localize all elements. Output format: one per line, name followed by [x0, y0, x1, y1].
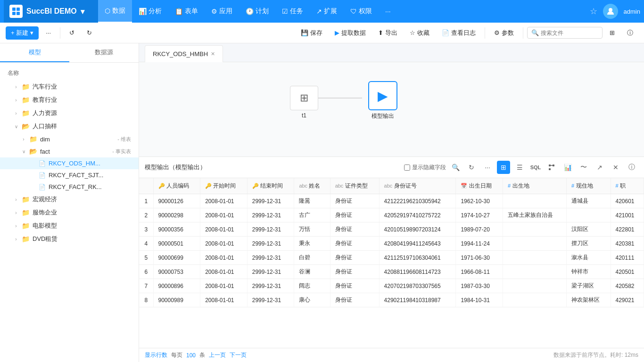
- admin-label[interactable]: admin: [624, 8, 640, 15]
- prev-page-btn[interactable]: 上一页: [209, 351, 226, 359]
- tabs-bar: RKCY_ODS_HMBH ✕: [139, 43, 644, 62]
- file-icon-1: 📄: [39, 160, 46, 167]
- undo-icon: ↺: [69, 29, 74, 36]
- col-residence[interactable]: # 现住地: [567, 178, 611, 194]
- new-button[interactable]: + 新建 ▾: [6, 26, 39, 40]
- cell-姓名: 阔志: [294, 279, 330, 293]
- nav-item-permission[interactable]: 🛡 权限: [344, 0, 379, 23]
- tree-item-fact[interactable]: ∨ 📂 fact - 事实表: [0, 145, 139, 157]
- node-output[interactable]: ▶ 模型输出: [362, 81, 404, 120]
- expand-btn[interactable]: ↗: [593, 161, 606, 174]
- tree-item-dvd[interactable]: › 📁 DVD租赁: [0, 232, 139, 246]
- app-icon: ⚙: [211, 8, 217, 15]
- data-icon: ⬡: [105, 7, 110, 15]
- log-button[interactable]: 📄 查看日志: [437, 26, 481, 40]
- avatar[interactable]: [603, 4, 618, 19]
- info-button[interactable]: ⓘ: [622, 26, 638, 40]
- col-start-time-label: 开始时间: [213, 182, 236, 189]
- tab-model[interactable]: 模型: [0, 43, 69, 62]
- show-hidden-checkbox[interactable]: 显示隐藏字段: [404, 164, 446, 172]
- save-button[interactable]: 💾 保存: [296, 26, 328, 40]
- chart-btn[interactable]: 📊: [561, 161, 574, 174]
- tree-label-file2: RKCY_FACT_SJT...: [49, 172, 131, 179]
- folder-open-icon: 📂: [22, 123, 30, 130]
- tab-datasource[interactable]: 数据源: [69, 43, 139, 62]
- cell-身份证号: 420702198703307565: [379, 279, 456, 293]
- close-panel-btn[interactable]: ✕: [609, 161, 622, 174]
- nav-item-more[interactable]: ···: [379, 0, 397, 23]
- fetch-button[interactable]: ▶ 提取数据: [330, 26, 371, 40]
- svg-rect-6: [553, 165, 554, 166]
- cell-出生地: [503, 293, 567, 307]
- nav-item-form[interactable]: 📋 表单: [168, 0, 205, 23]
- logo-area[interactable]: SuccBI DEMO ▾: [4, 0, 98, 23]
- table-body: 1900001262008-01-012999-12-31隆暠身份证421222…: [139, 194, 644, 307]
- show-rows-link[interactable]: 显示行数: [145, 351, 167, 359]
- node-view-btn[interactable]: [545, 161, 558, 174]
- col-person-code[interactable]: 🔑 人员编码: [153, 178, 200, 194]
- tree-item-sample[interactable]: ∨ 📂 人口抽样: [0, 120, 139, 133]
- tree-item-file2[interactable]: 📄 RKCY_FACT_SJT...: [0, 169, 139, 181]
- col-birthdate[interactable]: 📅 出生日期: [456, 178, 503, 194]
- ellipsis-panel-btn[interactable]: ···: [481, 161, 494, 174]
- undo-button[interactable]: ↺: [64, 27, 80, 39]
- redo-button[interactable]: ↻: [82, 27, 97, 39]
- collect-button[interactable]: ☆ 收藏: [405, 26, 435, 40]
- table-header: 🔑 人员编码 🔑 开始时间 🔑 结束时间: [139, 178, 644, 194]
- cell-出生地: [503, 279, 567, 293]
- new-dropdown-icon: ▾: [30, 29, 33, 36]
- tree-item-auto[interactable]: › 📁 汽车行业: [0, 80, 139, 93]
- nav-item-analysis[interactable]: 📊 分析: [132, 0, 168, 23]
- tree-item-fashion[interactable]: › 📁 服饰企业: [0, 206, 139, 219]
- dropdown-icon[interactable]: ▾: [81, 7, 84, 16]
- tree-item-dim[interactable]: › 📁 dim - 维表: [0, 133, 139, 145]
- cell-证件类型: 身份证: [330, 279, 379, 293]
- col-name[interactable]: abc 姓名: [294, 178, 330, 194]
- sidebar: 模型 数据源 名称 › 📁 汽车行业 › 📁 教育行业 › 📁: [0, 43, 139, 362]
- param-button[interactable]: ⚙ 参数: [489, 26, 519, 40]
- sql-btn[interactable]: SQL: [529, 161, 542, 174]
- search-panel-btn[interactable]: 🔍: [449, 161, 462, 174]
- trend-btn[interactable]: 〜: [577, 161, 590, 174]
- tree-item-file1[interactable]: 📄 RKCY_ODS_HM...: [0, 157, 139, 169]
- extend-icon: ↗: [316, 8, 322, 15]
- cell-开始时间: 2008-01-01: [200, 237, 248, 251]
- chevron-right-icon: ›: [21, 137, 26, 142]
- star-icon[interactable]: ☆: [590, 6, 597, 16]
- more-button[interactable]: ···: [41, 27, 56, 39]
- next-page-btn[interactable]: 下一页: [230, 351, 247, 359]
- hidden-fields-checkbox[interactable]: [404, 165, 410, 171]
- col-end-time[interactable]: 🔑 结束时间: [247, 178, 294, 194]
- tree-item-file3[interactable]: 📄 RKCY_FACT_RK...: [0, 181, 139, 193]
- refresh-panel-btn[interactable]: ↻: [465, 161, 478, 174]
- col-job[interactable]: # 职: [611, 178, 644, 194]
- cell-姓名: 白碧: [294, 251, 330, 265]
- node-table-t1[interactable]: ⊞ t1: [285, 86, 323, 119]
- tab-rkcy[interactable]: RKCY_ODS_HMBH ✕: [145, 45, 223, 62]
- info-panel-btn[interactable]: ⓘ: [625, 161, 638, 174]
- col-birthplace[interactable]: # 出生地: [503, 178, 567, 194]
- nav-item-app[interactable]: ⚙ 应用: [205, 0, 239, 23]
- tab-close-icon[interactable]: ✕: [211, 51, 215, 57]
- view-toggle-button[interactable]: ⊞: [604, 27, 620, 39]
- grid-view-btn[interactable]: ⊞: [497, 161, 510, 174]
- cell-出生日期: 1994-11-24: [456, 237, 503, 251]
- nav-item-plan[interactable]: 🕐 计划: [239, 0, 275, 23]
- nav-item-task[interactable]: ☑ 任务: [275, 0, 310, 23]
- app-name: SuccBI DEMO: [26, 7, 77, 16]
- tree-item-movie[interactable]: › 📁 电影模型: [0, 219, 139, 232]
- search-box[interactable]: 🔍: [527, 27, 603, 39]
- tree-item-edu[interactable]: › 📁 教育行业: [0, 93, 139, 107]
- col-start-time[interactable]: 🔑 开始时间: [200, 178, 248, 194]
- search-input[interactable]: [541, 30, 597, 36]
- nav-item-extend[interactable]: ↗ 扩展: [310, 0, 344, 23]
- export-button[interactable]: ⬆ 导出: [373, 26, 403, 40]
- col-cert-type[interactable]: abc 证件类型: [330, 178, 379, 194]
- tree-label-file1: RKCY_ODS_HM...: [49, 160, 131, 167]
- list-view-btn[interactable]: ☰: [513, 161, 526, 174]
- per-page-value[interactable]: 100: [186, 352, 196, 359]
- col-id-num[interactable]: abc 身份证号: [379, 178, 456, 194]
- nav-item-data[interactable]: ⬡ 数据: [98, 0, 132, 23]
- tree-item-macro[interactable]: › 📁 宏观经济: [0, 193, 139, 206]
- tree-item-hr[interactable]: › 📁 人力资源: [0, 107, 139, 120]
